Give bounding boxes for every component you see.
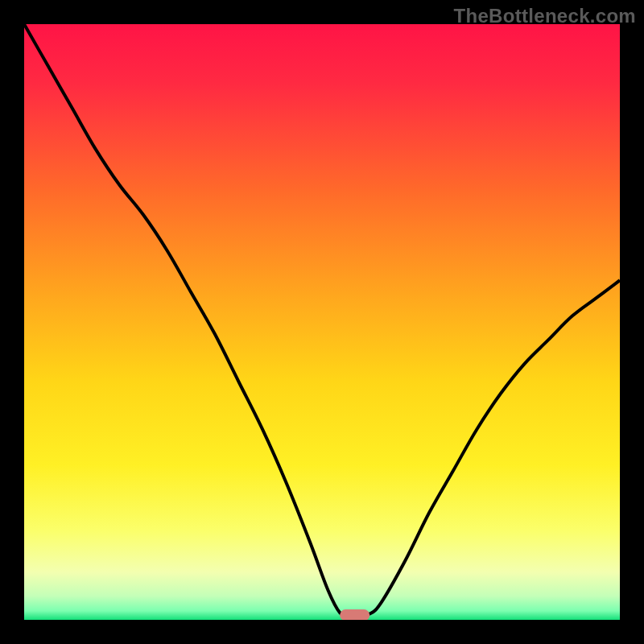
bottleneck-chart (24, 24, 620, 620)
chart-frame: TheBottleneck.com (0, 0, 644, 644)
gradient-background (24, 24, 620, 620)
optimal-marker (340, 609, 369, 620)
